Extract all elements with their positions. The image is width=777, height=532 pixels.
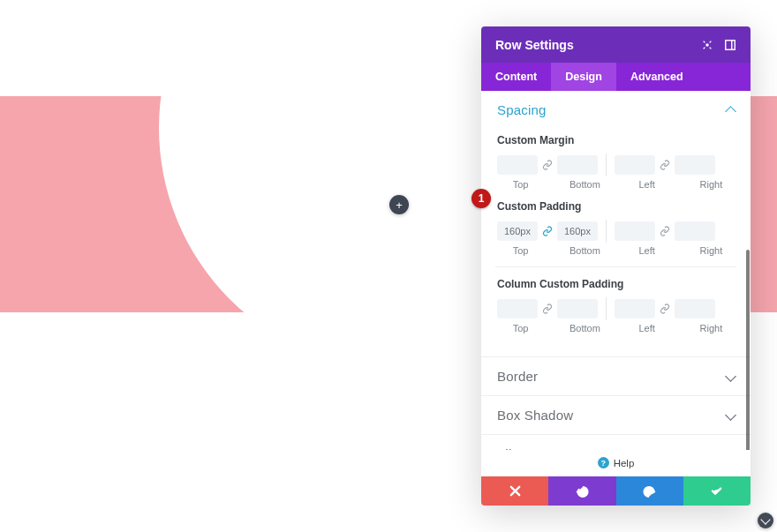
section-spacing-toggle[interactable]: Spacing	[481, 91, 751, 129]
col-padding-right-input[interactable]	[675, 299, 715, 318]
panel-header[interactable]: Row Settings	[481, 26, 751, 63]
padding-top-input[interactable]	[497, 221, 538, 241]
section-box-shadow: Box Shadow	[481, 396, 751, 435]
margin-top-input[interactable]	[497, 155, 538, 175]
padding-left-input[interactable]	[615, 221, 655, 241]
discard-button[interactable]	[481, 476, 548, 506]
col-padding-left-input[interactable]	[615, 299, 655, 318]
row-settings-panel: Row Settings Content Design Advanced Spa…	[481, 26, 751, 506]
snap-panel-icon[interactable]	[724, 39, 736, 51]
separator	[606, 154, 607, 176]
svg-point-0	[705, 43, 709, 47]
corner-expand-button[interactable]	[758, 513, 773, 528]
column-custom-padding-label: Column Custom Padding	[497, 278, 735, 290]
padding-right-input[interactable]	[675, 221, 715, 241]
separator	[606, 297, 607, 320]
link-icon[interactable]	[538, 221, 557, 241]
add-module-button[interactable]: +	[389, 195, 409, 214]
custom-margin-row	[497, 154, 735, 176]
margin-bottom-input[interactable]	[557, 155, 598, 175]
custom-margin-label: Custom Margin	[497, 134, 735, 146]
section-border-toggle[interactable]: Border	[481, 357, 751, 395]
section-spacing-title: Spacing	[497, 102, 547, 117]
section-border: Border	[481, 357, 751, 396]
panel-body[interactable]: Spacing Custom Margin	[481, 91, 751, 450]
link-icon[interactable]	[655, 299, 675, 318]
separator	[606, 220, 607, 243]
section-spacing: Spacing Custom Margin	[481, 91, 751, 357]
panel-title: Row Settings	[495, 38, 574, 52]
tab-content[interactable]: Content	[481, 63, 551, 91]
svg-rect-1	[726, 41, 736, 50]
link-icon[interactable]	[538, 299, 557, 318]
help-label: Help	[614, 458, 635, 468]
margin-left-input[interactable]	[615, 155, 655, 175]
link-icon[interactable]	[655, 155, 675, 175]
redo-button[interactable]	[616, 476, 683, 506]
link-icon[interactable]	[538, 155, 557, 175]
custom-padding-row	[497, 220, 735, 243]
settings-tabs: Content Design Advanced	[481, 63, 751, 91]
help-bar[interactable]: ? Help	[481, 450, 751, 476]
scrollbar-thumb[interactable]	[746, 250, 750, 450]
expand-icon[interactable]	[701, 39, 713, 51]
undo-button[interactable]	[548, 476, 615, 506]
section-box-shadow-toggle[interactable]: Box Shadow	[481, 396, 751, 434]
margin-axis-labels: Top Bottom Left Right	[497, 179, 735, 190]
tab-design[interactable]: Design	[551, 63, 616, 91]
link-icon[interactable]	[655, 221, 675, 241]
help-icon: ?	[598, 457, 609, 468]
chevron-down-icon	[725, 371, 736, 382]
tab-advanced[interactable]: Advanced	[616, 63, 698, 91]
padding-axis-labels: Top Bottom Left Right	[497, 245, 735, 256]
plus-icon: +	[396, 199, 403, 211]
chevron-down-icon	[725, 409, 736, 421]
col-padding-bottom-input[interactable]	[557, 299, 598, 318]
save-button[interactable]	[683, 476, 751, 506]
col-padding-top-input[interactable]	[497, 299, 538, 318]
panel-action-bar	[481, 476, 751, 506]
chevron-up-icon	[725, 106, 736, 117]
section-filters: Filters	[481, 435, 751, 450]
custom-padding-label: Custom Padding	[497, 200, 735, 213]
callout-badge-1: 1	[471, 189, 491, 208]
margin-right-input[interactable]	[675, 155, 715, 175]
col-padding-axis-labels: Top Bottom Left Right	[497, 323, 735, 333]
chevron-down-icon	[725, 448, 736, 450]
column-padding-row	[497, 297, 735, 320]
section-filters-toggle[interactable]: Filters	[481, 435, 751, 450]
padding-bottom-input[interactable]	[557, 221, 598, 241]
